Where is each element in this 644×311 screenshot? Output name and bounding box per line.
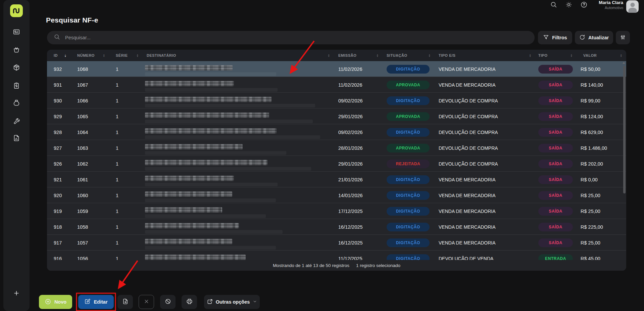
- column-settings-button[interactable]: [616, 31, 630, 44]
- atualizar-button[interactable]: Atualizar: [575, 31, 613, 44]
- column-label: TIPO: [538, 53, 548, 57]
- export-file-button[interactable]: [117, 295, 133, 309]
- column-label: TIPO E/S: [439, 53, 455, 57]
- table-row[interactable]: 917 1057 1 16/12/2025 DIGITAÇÃO VENDA DE…: [47, 235, 626, 251]
- search-input[interactable]: [65, 35, 468, 40]
- tipo-badge: SAÍDA: [538, 160, 573, 168]
- table-row[interactable]: 919 1059 1 17/12/2025 DIGITAÇÃO VENDA DE…: [47, 203, 626, 219]
- tipo-badge: SAÍDA: [538, 175, 573, 184]
- redacted-destinatario: [145, 239, 232, 244]
- chevron-down-icon: [253, 299, 257, 305]
- avatar[interactable]: [626, 0, 639, 13]
- atualizar-label: Atualizar: [588, 35, 609, 40]
- redaction-smear: [145, 183, 278, 186]
- column-header-nu-mero[interactable]: NÚMERO▲▼: [70, 50, 109, 61]
- table-header-row: ID▲▼NÚMERO▲▼SÉRIE▲▼DESTINATÁRIO▲▼EMISSÃO…: [47, 50, 626, 61]
- redaction-smear: [145, 167, 311, 171]
- tipo-badge: SAÍDA: [538, 207, 573, 216]
- filtros-button[interactable]: Filtros: [538, 31, 572, 44]
- app-logo[interactable]: [10, 4, 23, 17]
- status-badge: DIGITAÇÃO: [387, 65, 430, 74]
- sidebar-item-financeiro[interactable]: [12, 99, 20, 107]
- sidebar: [3, 0, 30, 311]
- outras-opcoes-button[interactable]: Outras opções: [204, 295, 260, 309]
- user-subtitle: Automotivo: [605, 6, 623, 10]
- theme-toggle-button[interactable]: [565, 1, 573, 8]
- tipo-badge: SAÍDA: [538, 81, 573, 89]
- sidebar-item-relatorios[interactable]: [12, 135, 20, 143]
- outras-opcoes-label: Outras opções: [216, 299, 250, 305]
- sidebar-item-produtos[interactable]: [12, 64, 20, 72]
- filtros-label: Filtros: [552, 35, 567, 40]
- table-row[interactable]: 927 1063 1 28/01/2026 APROVADA DEVOLUÇÃO…: [47, 140, 626, 156]
- novo-button[interactable]: Novo: [39, 295, 72, 309]
- column-header-valor[interactable]: VALOR▲▼: [577, 50, 626, 61]
- help-button[interactable]: [580, 1, 588, 8]
- table-footer: Mostrando de 1 até 13 de 50 registros 1 …: [47, 260, 626, 271]
- sliders-icon: [620, 34, 626, 41]
- redaction-smear: [145, 214, 266, 218]
- novo-label: Novo: [54, 299, 66, 305]
- tipo-badge: SAÍDA: [538, 128, 573, 137]
- status-badge: DIGITAÇÃO: [387, 207, 430, 216]
- table-row[interactable]: 931 1067 1 11/02/2026 APROVADA VENDA DE …: [47, 77, 626, 93]
- sort-arrows-icon: ▲▼: [137, 54, 139, 57]
- redacted-destinatario: [145, 176, 234, 181]
- table-row[interactable]: 926 1062 1 29/01/2026 REJEITADA DEVOLUÇÃ…: [47, 156, 626, 172]
- redacted-destinatario: [145, 207, 222, 213]
- table-row[interactable]: 929 1065 1 29/01/2026 APROVADA DEVOLUÇÃO…: [47, 108, 626, 124]
- sort-arrows-icon: ▲▼: [571, 54, 573, 57]
- scrollbar-up-arrow[interactable]: [623, 62, 625, 64]
- sort-arrows-icon: ▲▼: [64, 54, 66, 57]
- column-header-situac-a-o[interactable]: SITUAÇÃO▲▼: [383, 50, 435, 61]
- app-window: Maria Clara Automotivo Pesquisar NF-e Fi…: [0, 0, 644, 311]
- status-badge: APROVADA: [387, 112, 430, 121]
- package-icon: [13, 64, 20, 73]
- redacted-destinatario: [145, 81, 234, 86]
- redacted-destinatario: [145, 113, 269, 118]
- sidebar-item-faturamento[interactable]: [12, 82, 20, 90]
- sidebar-add-button[interactable]: [13, 290, 20, 298]
- page-title: Pesquisar NF-e: [46, 16, 98, 24]
- vertical-scrollbar[interactable]: [623, 66, 626, 193]
- printer-icon: [186, 298, 193, 306]
- global-search-button[interactable]: [550, 1, 557, 8]
- column-header-se-rie[interactable]: SÉRIE▲▼: [109, 50, 143, 61]
- table-row[interactable]: 932 1068 1 11/02/2026 DIGITAÇÃO VENDA DE…: [47, 61, 626, 77]
- report-file-icon: [13, 134, 20, 143]
- contact-card-icon: [13, 28, 20, 37]
- column-header-emissa-o[interactable]: EMISSÃO▲▼: [334, 50, 383, 61]
- column-label: DESTINATÁRIO: [147, 53, 176, 57]
- column-header-tipo[interactable]: TIPO▲▼: [535, 50, 577, 61]
- logo-squiggle-icon: [12, 6, 21, 15]
- table-row[interactable]: 916 1056 1 11/12/2025 DIGITAÇÃO DEVOLUÇÃ…: [47, 251, 626, 260]
- sidebar-item-servicos[interactable]: [12, 118, 20, 126]
- column-header-destinata-rio[interactable]: DESTINATÁRIO▲▼: [143, 50, 334, 61]
- redacted-destinatario: [145, 160, 267, 165]
- status-badge: DIGITAÇÃO: [387, 128, 430, 137]
- user-name[interactable]: Maria Clara: [599, 0, 623, 5]
- table-row[interactable]: 921 1061 1 21/01/2026 DIGITAÇÃO VENDA DE…: [47, 172, 626, 187]
- plus-circle-icon: [45, 298, 51, 306]
- table-row[interactable]: 920 1060 1 14/01/2026 DIGITAÇÃO VENDA DE…: [47, 187, 626, 203]
- redacted-destinatario: [145, 223, 239, 228]
- redacted-destinatario: [145, 65, 233, 71]
- redaction-smear: [145, 230, 283, 234]
- tipo-badge: SAÍDA: [538, 96, 573, 105]
- redaction-smear: [145, 88, 278, 92]
- editar-button[interactable]: Editar: [78, 295, 114, 309]
- table-row[interactable]: 930 1066 1 09/02/2026 DIGITAÇÃO DEVOLUÇÃ…: [47, 93, 626, 108]
- column-header-tipo-e-s[interactable]: TIPO E/S▲▼: [435, 50, 535, 61]
- imprimir-button[interactable]: [182, 295, 197, 309]
- table-row[interactable]: 918 1058 1 16/12/2025 DIGITAÇÃO VENDA DE…: [47, 219, 626, 235]
- table-row[interactable]: 928 1064 1 09/02/2026 DIGITAÇÃO DEVOLUÇÃ…: [47, 124, 626, 140]
- refresh-icon: [579, 34, 585, 41]
- excluir-button[interactable]: [139, 295, 154, 309]
- sidebar-item-vendas[interactable]: [12, 46, 20, 54]
- basket-icon: [13, 46, 20, 55]
- column-header-id[interactable]: ID▲▼: [47, 50, 70, 61]
- sidebar-item-cadastros[interactable]: [12, 29, 20, 37]
- close-x-icon: [144, 299, 149, 305]
- cancelar-button[interactable]: [160, 295, 176, 309]
- status-badge: DIGITAÇÃO: [387, 96, 430, 105]
